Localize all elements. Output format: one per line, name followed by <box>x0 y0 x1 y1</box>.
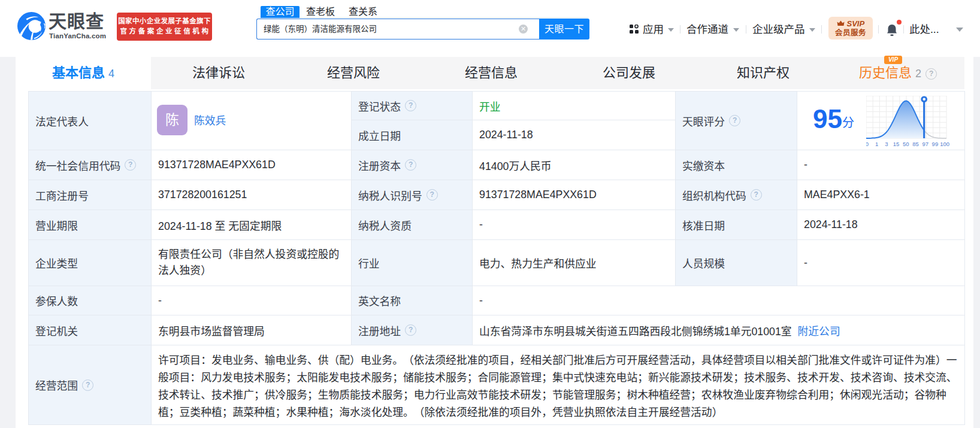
svg-text:0: 0 <box>866 141 869 147</box>
svg-text:99: 99 <box>932 141 939 147</box>
svg-text:15: 15 <box>893 141 900 147</box>
svg-text:97: 97 <box>922 141 928 147</box>
svg-text:100: 100 <box>940 141 949 147</box>
svg-text:85: 85 <box>912 141 919 147</box>
svg-text:1: 1 <box>875 141 878 147</box>
svg-text:3: 3 <box>885 141 888 147</box>
svg-text:50: 50 <box>903 141 909 147</box>
